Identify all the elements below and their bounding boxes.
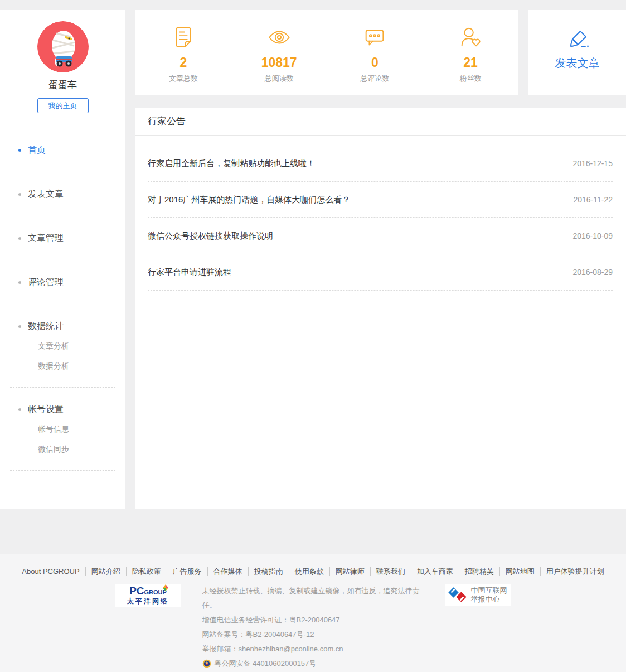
footer-link[interactable]: 网站介绍 — [86, 567, 127, 576]
publish-article-label: 发表文章 — [528, 56, 626, 71]
footer-link[interactable]: 网站地图 — [500, 567, 541, 576]
sidebar-item-label: 发表文章 — [28, 188, 64, 200]
legal-line: 网站备案号：粤B2-20040647号-12 — [202, 627, 424, 642]
egg-car-avatar-icon — [37, 21, 89, 72]
announcement-title[interactable]: 微信公众号授权链接获取操作说明 — [148, 231, 273, 241]
legal-line: 未经授权禁止转载、摘编、复制或建立镜像，如有违反，追究法律责任。 — [202, 584, 424, 613]
comment-icon — [362, 25, 387, 50]
stats-card: 2 文章总数 10817 总阅读数 0 总评论数 21 粉丝数 — [135, 10, 518, 95]
user-name: 蛋蛋车 — [0, 79, 125, 91]
announcement-title[interactable]: 对于2016广州车展的热门话题，自媒体大咖们怎么看？ — [148, 195, 350, 205]
footer-link[interactable]: 隐私政策 — [127, 567, 167, 576]
bullet-icon — [18, 325, 21, 328]
sidebar-nav: 首页 发表文章 文章管理 评论管理 数据统计 文章分析 数据分析 帐号设置 — [0, 144, 125, 471]
footer-link[interactable]: 投稿指南 — [249, 567, 289, 576]
footer-link[interactable]: 招聘精英 — [459, 567, 500, 576]
divider — [10, 260, 115, 260]
divider — [10, 387, 115, 388]
stat-total-comments: 0 总评论数 — [327, 10, 423, 95]
stat-value: 0 — [327, 55, 423, 70]
announcement-date: 2016-11-22 — [573, 195, 613, 204]
report-center-label: 中国互联网 举报中心 — [471, 586, 507, 604]
announcement-date: 2016-12-15 — [572, 159, 613, 168]
stat-value: 10817 — [231, 55, 327, 70]
my-homepage-button[interactable]: 我的主页 — [37, 98, 89, 113]
announcement-title[interactable]: 行家启用全新后台，复制粘贴功能也上线啦！ — [148, 158, 315, 169]
announcements-card: 行家公告 行家启用全新后台，复制粘贴功能也上线啦！ 2016-12-15 对于2… — [135, 108, 626, 509]
eye-icon — [266, 25, 292, 50]
pcgroup-logo[interactable]: PCGROUP 太平洋网络 — [115, 584, 181, 607]
report-center-icon — [448, 586, 468, 604]
announcement-row[interactable]: 行家平台申请进驻流程 2016-08-29 — [148, 254, 613, 291]
legal-text-block: 未经授权禁止转载、摘编、复制或建立镜像，如有违反，追究法律责任。 增值电信业务经… — [202, 584, 424, 671]
document-icon — [171, 25, 196, 50]
sidebar: 蛋蛋车 我的主页 首页 发表文章 文章管理 评论管理 数据统计 文章分析 数据分… — [0, 10, 125, 509]
fans-heart-icon — [458, 25, 483, 50]
sidebar-item-publish-article[interactable]: 发表文章 — [0, 188, 125, 200]
announcement-row[interactable]: 微信公众号授权链接获取操作说明 2016-10-09 — [148, 218, 613, 254]
sidebar-item-data-statistics[interactable]: 数据统计 — [0, 320, 125, 332]
footer-link[interactable]: 用户体验提升计划 — [541, 567, 610, 576]
announcement-row[interactable]: 行家启用全新后台，复制粘贴功能也上线啦！ 2016-12-15 — [148, 146, 613, 182]
sidebar-item-label: 数据统计 — [28, 321, 64, 332]
stat-label: 总阅读数 — [231, 74, 327, 84]
sidebar-item-label: 文章管理 — [28, 233, 64, 244]
announcements-list: 行家启用全新后台，复制粘贴功能也上线啦！ 2016-12-15 对于2016广州… — [135, 136, 626, 291]
announcement-date: 2016-10-09 — [572, 231, 613, 240]
footer-link[interactable]: 加入车商家 — [411, 567, 459, 576]
bullet-icon — [18, 408, 21, 411]
bullet-icon — [18, 149, 21, 152]
stat-value: 2 — [135, 55, 231, 70]
sidebar-item-account-settings[interactable]: 帐号设置 — [0, 403, 125, 415]
security-badge-icon — [202, 659, 211, 668]
sidebar-item-label: 评论管理 — [28, 277, 64, 288]
divider — [10, 172, 115, 172]
sidebar-item-comment-management[interactable]: 评论管理 — [0, 276, 125, 288]
bullet-icon — [18, 281, 21, 284]
user-avatar[interactable] — [37, 21, 89, 72]
sidebar-subitem-data-analysis[interactable]: 数据分析 — [0, 360, 125, 371]
footer-link[interactable]: 合作媒体 — [208, 567, 249, 576]
stat-label: 粉丝数 — [423, 74, 518, 84]
footer-link[interactable]: 使用条款 — [289, 567, 330, 576]
legal-line: 举报邮箱：shenhezhiban@pconline.com.cn — [202, 642, 424, 656]
sidebar-item-label: 帐号设置 — [28, 404, 64, 415]
divider — [10, 304, 115, 304]
divider — [10, 128, 115, 128]
sidebar-subitem-article-analysis[interactable]: 文章分析 — [0, 340, 125, 351]
sidebar-subitem-wechat-sync[interactable]: 微信同步 — [0, 443, 125, 455]
security-record-row[interactable]: 粤公网安备 44010602000157号 — [202, 656, 424, 671]
stat-label: 总评论数 — [327, 74, 423, 84]
bullet-icon — [18, 193, 21, 196]
stat-fans: 21 粉丝数 — [423, 10, 518, 95]
stat-value: 21 — [423, 55, 518, 70]
footer-links: About PCGROUP网站介绍隐私政策广告服务合作媒体投稿指南使用条款网站律… — [0, 567, 626, 577]
security-record-text[interactable]: 粤公网安备 44010602000157号 — [215, 656, 317, 671]
pcgroup-pc-text: PC — [129, 585, 144, 597]
sidebar-item-article-management[interactable]: 文章管理 — [0, 232, 125, 244]
footer-link[interactable]: 广告服务 — [167, 567, 208, 576]
stat-total-articles: 2 文章总数 — [135, 10, 231, 95]
footer-link[interactable]: 网站律师 — [330, 567, 371, 576]
sidebar-subitem-account-info[interactable]: 帐号信息 — [0, 423, 125, 434]
footer: About PCGROUP网站介绍隐私政策广告服务合作媒体投稿指南使用条款网站律… — [0, 554, 626, 672]
announcement-row[interactable]: 对于2016广州车展的热门话题，自媒体大咖们怎么看？ 2016-11-22 — [148, 182, 613, 218]
announcements-title: 行家公告 — [135, 108, 626, 136]
stat-label: 文章总数 — [135, 74, 231, 84]
announcement-date: 2016-08-29 — [572, 268, 613, 277]
report-center-logo[interactable]: 中国互联网 举报中心 — [445, 584, 511, 606]
pencil-icon — [563, 26, 592, 50]
announcement-title[interactable]: 行家平台申请进驻流程 — [148, 267, 231, 278]
footer-link[interactable]: 联系我们 — [371, 567, 411, 576]
publish-article-card[interactable]: 发表文章 — [528, 10, 626, 95]
pcgroup-diamond-icon — [162, 584, 169, 591]
divider — [10, 216, 115, 216]
bullet-icon — [18, 237, 21, 240]
stat-total-reads: 10817 总阅读数 — [231, 10, 327, 95]
pcgroup-name-text: 太平洋网络 — [115, 597, 181, 605]
sidebar-item-label: 首页 — [28, 144, 46, 156]
sidebar-item-home[interactable]: 首页 — [0, 144, 125, 156]
footer-link[interactable]: About PCGROUP — [16, 567, 85, 576]
divider — [10, 470, 115, 471]
legal-line: 增值电信业务经营许可证：粤B2-20040647 — [202, 613, 424, 627]
